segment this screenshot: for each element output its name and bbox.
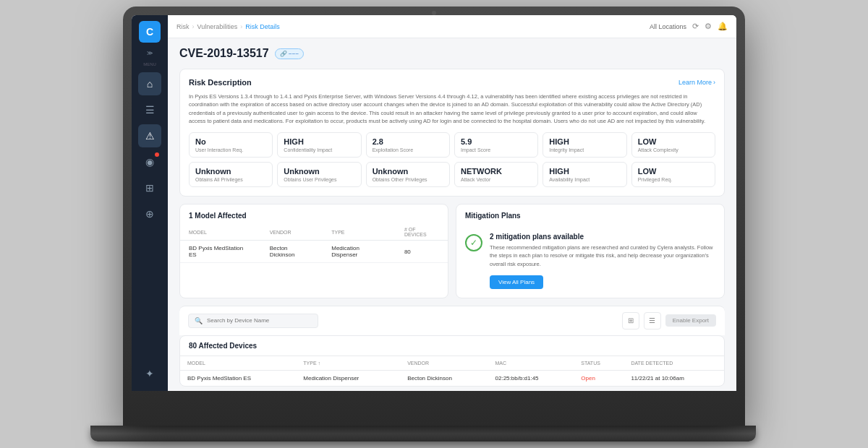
sidebar-item-home[interactable]: ⌂ <box>138 72 161 95</box>
cvss-cell-1-0: Unknown Obtains All Privileges <box>189 162 273 187</box>
cvss-cell-0-1: HIGH Confidentiality Impact <box>277 132 361 158</box>
device-model: BD Pyxis MedStation ES <box>180 370 296 386</box>
risk-description-title: Risk Description <box>189 78 252 87</box>
cvss-value: 2.8 <box>373 137 443 146</box>
models-header: 1 Model Affected <box>180 204 448 224</box>
cvss-cell-1-4: HIGH Availability Impact <box>542 162 626 187</box>
cvss-label: Attack Complexity <box>638 147 709 152</box>
check-icon: ✓ <box>465 234 482 251</box>
cve-header: CVE-2019-13517 🔗 ~~~ <box>179 47 725 60</box>
cvss-label: Obtains Other Privileges <box>373 177 443 182</box>
risk-description-card: Risk Description Learn More › In Pyxis E… <box>179 69 725 197</box>
col-devices: # OF DEVICES <box>396 224 448 241</box>
cvss-cell-0-3: 5.9 Impact Score <box>454 132 538 158</box>
cvss-cell-1-2: Unknown Obtains Other Privileges <box>366 162 450 187</box>
cvss-label: Confidentiality Impact <box>284 147 354 152</box>
sidebar-item-reports[interactable]: ⊞ <box>138 176 161 199</box>
mitigation-count: 2 mitigation plans available <box>490 233 715 241</box>
cve-title: CVE-2019-13517 <box>179 47 269 60</box>
col-model: MODEL <box>180 224 261 241</box>
sidebar-item-risk[interactable]: ⚠ <box>138 124 161 147</box>
sidebar-item-integrations[interactable]: ⊕ <box>138 202 161 225</box>
cvss-cell-1-1: Unknown Obtains User Privileges <box>277 162 361 187</box>
cvss-label: Attack Vector <box>461 177 532 182</box>
dev-col-status: Status <box>574 356 624 371</box>
sidebar-item-admin[interactable]: ✦ <box>138 362 161 385</box>
dev-col-date: Date Detected <box>624 356 724 371</box>
cvss-cell-0-5: LOW Attack Complexity <box>631 132 715 158</box>
devices-table: Model Type ↑ Vendor MAC Status Date Dete… <box>180 356 724 386</box>
dev-col-vendor: Vendor <box>400 356 488 371</box>
cvss-cell-0-0: No User Interaction Req. <box>189 132 273 158</box>
cvss-value: HIGH <box>549 167 620 176</box>
learn-more-link[interactable]: Learn More › <box>678 79 715 86</box>
model-type: Medication Dispenser <box>323 241 396 263</box>
cvss-value: LOW <box>638 167 709 176</box>
table-row: BD Pyxis MedStation ES Becton Dickinson … <box>180 241 448 263</box>
breadcrumb-sep-2: › <box>240 23 242 30</box>
mitigation-text: 2 mitigation plans available These recom… <box>490 233 715 289</box>
cvss-value: No <box>195 137 266 146</box>
search-input[interactable] <box>207 317 312 324</box>
models-affected-card: 1 Model Affected MODEL VENDOR TYPE # OF … <box>179 204 448 298</box>
cvss-label: Obtains All Privileges <box>195 177 266 182</box>
device-type: Medication Dispenser <box>296 370 400 386</box>
sidebar-logo[interactable]: C <box>139 21 161 43</box>
sidebar-item-inventory[interactable]: ☰ <box>138 98 161 121</box>
main-content: CVE-2019-13517 🔗 ~~~ Risk Description Le… <box>168 38 736 391</box>
breadcrumb-sep-1: › <box>192 23 195 30</box>
cvss-value: Unknown <box>284 167 354 176</box>
mitigation-row: ✓ 2 mitigation plans available These rec… <box>465 233 715 289</box>
cvss-label: User Interaction Req. <box>195 147 266 152</box>
breadcrumb-vulnerabilities[interactable]: Vulnerabilities <box>197 23 238 30</box>
view-all-plans-button[interactable]: View All Plans <box>490 275 543 289</box>
location-label[interactable]: All Locations <box>650 23 686 30</box>
sidebar-item-alerts[interactable]: ◉ <box>138 150 161 173</box>
search-icon: 🔍 <box>195 317 203 324</box>
cvss-grid-row2: Unknown Obtains All Privileges Unknown O… <box>189 162 715 187</box>
list-view-button[interactable]: ☰ <box>644 312 661 329</box>
cvss-label: Availability Impact <box>549 177 620 182</box>
sidebar-expand-icon[interactable]: ≫ <box>147 50 153 56</box>
cvss-cell-1-3: NETWORK Attack Vector <box>454 162 538 187</box>
device-row[interactable]: BD Pyxis MedStation ES Medication Dispen… <box>180 370 724 386</box>
mitigation-header: Mitigation Plans <box>456 204 724 224</box>
model-devices: 80 <box>396 241 448 263</box>
cvss-value: Unknown <box>373 167 443 176</box>
dev-col-mac: MAC <box>488 356 574 371</box>
cvss-label: Obtains User Privileges <box>284 177 354 182</box>
cvss-cell-0-2: 2.8 Exploitation Score <box>366 132 450 158</box>
search-bar-row: 🔍 ⊞ ☰ Enable Export <box>179 306 725 335</box>
cvss-label: Privileged Req. <box>638 177 709 182</box>
alerts-badge <box>155 152 159 157</box>
sidebar: C ≫ MENU ⌂ ☰ ⚠ ◉ ⊞ ⊕ ✦ <box>132 15 168 391</box>
model-vendor: Becton Dickinson <box>261 241 323 263</box>
settings-icon[interactable]: ⚙ <box>705 22 712 31</box>
breadcrumb-details: Risk Details <box>245 23 280 30</box>
cvss-value: HIGH <box>549 137 620 146</box>
cvss-cell-0-4: HIGH Integrity Impact <box>542 132 626 158</box>
search-input-wrap[interactable]: 🔍 <box>188 314 318 328</box>
cvss-value: Unknown <box>195 167 266 176</box>
device-status: Open <box>574 370 624 386</box>
mitigation-description: These recommended mitigation plans are r… <box>490 244 715 268</box>
cvss-value: LOW <box>638 137 709 146</box>
breadcrumb-risk[interactable]: Risk <box>176 23 190 30</box>
cvss-cell-1-5: LOW Privileged Req. <box>631 162 715 187</box>
cvss-value: NETWORK <box>461 167 532 176</box>
cve-tag: 🔗 ~~~ <box>275 48 304 59</box>
grid-view-button[interactable]: ⊞ <box>622 312 639 329</box>
section-header: Risk Description Learn More › <box>189 78 715 87</box>
topbar-right: All Locations ⟳ ⚙ 🔔 <box>650 22 728 31</box>
dev-col-type[interactable]: Type ↑ <box>296 356 400 371</box>
location-icon[interactable]: ⟳ <box>692 22 699 31</box>
device-date: 11/22/21 at 10:06am <box>624 370 724 386</box>
cvss-value: HIGH <box>284 137 354 146</box>
notifications-icon[interactable]: 🔔 <box>718 22 728 31</box>
device-vendor: Becton Dickinson <box>400 370 488 386</box>
affected-devices-section: 80 Affected Devices Model Type ↑ Vendor <box>179 335 725 387</box>
mitigation-content: ✓ 2 mitigation plans available These rec… <box>456 224 724 298</box>
table-actions: ⊞ ☰ Enable Export <box>622 312 716 329</box>
export-button[interactable]: Enable Export <box>665 314 716 327</box>
risk-description-text: In Pyxis ES Versions 1.3.4 through to 1.… <box>189 92 715 125</box>
